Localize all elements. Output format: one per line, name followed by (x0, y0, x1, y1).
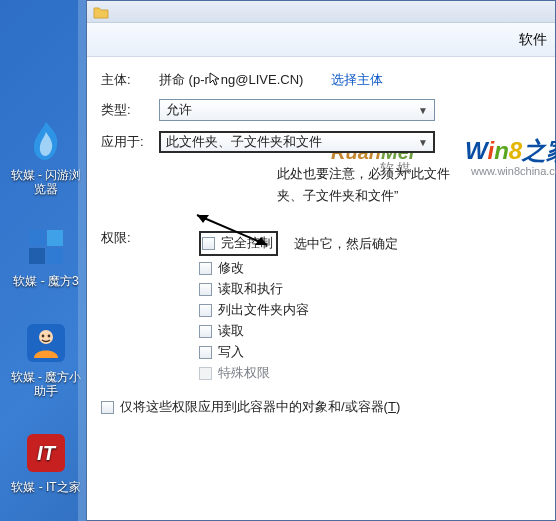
desktop-icon-mofang3[interactable]: 软媒 - 魔方3 (6, 224, 86, 288)
it-icon: IT (23, 430, 69, 476)
perm-item-list-folder: 列出文件夹内容 (199, 301, 545, 319)
window-subheader-text: 软件 (519, 31, 547, 49)
tiles-icon (23, 224, 69, 270)
window-subheader: 软件 (87, 23, 555, 57)
perm-label: 修改 (218, 259, 244, 277)
checkbox-modify[interactable] (199, 262, 212, 275)
apply-only-row: 仅将这些权限应用到此容器中的对象和/或容器(T) (101, 398, 545, 416)
type-label: 类型: (101, 101, 153, 119)
desktop-icon-browser[interactable]: 软媒 - 闪游浏 览器 (6, 118, 86, 196)
desktop-icon-label: 软媒 - 闪游浏 览器 (6, 168, 86, 196)
principal-value: 拼命 (p-rng@LIVE.CN) (159, 71, 303, 89)
apply-only-label: 仅将这些权限应用到此容器中的对象和/或容器(T) (120, 398, 400, 416)
principal-label: 主体: (101, 71, 153, 89)
annotation-highlight-box: 完全控制 (199, 231, 278, 256)
chevron-down-icon: ▼ (418, 105, 428, 116)
annotation-full-control-note: 选中它，然后确定 (294, 235, 398, 253)
permissions-window: 软件 RuanMei 软媒 Win8之家 www.win8china.com 主… (86, 0, 556, 521)
type-select[interactable]: 允许 ▼ (159, 99, 435, 121)
svg-text:IT: IT (37, 442, 57, 464)
perm-label: 完全控制 (221, 234, 273, 252)
desktop-icon-helper[interactable]: 软媒 - 魔方小 助手 (6, 320, 86, 398)
desktop-icon-ithome[interactable]: IT 软媒 - IT之家 (6, 430, 86, 494)
desktop-icon-label: 软媒 - 魔方小 助手 (6, 370, 86, 398)
perm-item-full-control: 完全控制 选中它，然后确定 (199, 231, 545, 256)
checkbox-special (199, 367, 212, 380)
checkbox-apply-only[interactable] (101, 401, 114, 414)
svg-rect-1 (29, 230, 45, 246)
window-content: RuanMei 软媒 Win8之家 www.win8china.com 主体: … (87, 57, 555, 426)
perm-label: 列出文件夹内容 (218, 301, 309, 319)
principal-row: 主体: 拼命 (p-rng@LIVE.CN) 选择主体 (101, 71, 545, 89)
apply-to-select[interactable]: 此文件夹、子文件夹和文件 ▼ (159, 131, 435, 153)
type-row: 类型: 允许 ▼ (101, 99, 545, 121)
perm-label: 读取和执行 (218, 280, 283, 298)
svg-point-8 (48, 335, 51, 338)
checkbox-list-folder[interactable] (199, 304, 212, 317)
desktop-icon-label: 软媒 - IT之家 (6, 480, 86, 494)
select-principal-link[interactable]: 选择主体 (331, 71, 383, 89)
window-titlebar[interactable] (87, 1, 555, 23)
chevron-down-icon: ▼ (418, 137, 428, 148)
apply-to-row: 应用于: 此文件夹、子文件夹和文件 ▼ (101, 131, 545, 153)
perm-label: 特殊权限 (218, 364, 270, 382)
perm-label: 读取 (218, 322, 244, 340)
apply-to-label: 应用于: (101, 133, 153, 151)
perm-item-modify: 修改 (199, 259, 545, 277)
apply-to-select-value: 此文件夹、子文件夹和文件 (166, 133, 322, 151)
svg-rect-4 (47, 248, 63, 264)
svg-rect-2 (47, 230, 63, 246)
desktop-background: 软媒 - 闪游浏 览器 软媒 - 魔方3 软媒 - 魔方小 助手 IT 软媒 -… (0, 0, 556, 521)
checkbox-full-control[interactable] (202, 237, 215, 250)
type-select-value: 允许 (166, 101, 192, 119)
perm-item-write: 写入 (199, 343, 545, 361)
perm-label: 写入 (218, 343, 244, 361)
flame-icon (23, 118, 69, 164)
permissions-list: 完全控制 选中它，然后确定 修改 读取和执行 列出文件夹内容 (199, 231, 545, 382)
checkbox-write[interactable] (199, 346, 212, 359)
cursor-icon (208, 72, 222, 86)
folder-icon (93, 5, 109, 19)
annotation-apply-note: 此处也要注意，必须为“此文件 夹、子文件夹和文件” (277, 163, 545, 207)
perm-item-special: 特殊权限 (199, 364, 545, 382)
desktop-icon-label: 软媒 - 魔方3 (6, 274, 86, 288)
svg-rect-3 (29, 248, 45, 264)
checkbox-read-execute[interactable] (199, 283, 212, 296)
perm-item-read: 读取 (199, 322, 545, 340)
svg-point-7 (42, 335, 45, 338)
perm-item-read-execute: 读取和执行 (199, 280, 545, 298)
checkbox-read[interactable] (199, 325, 212, 338)
helper-icon (23, 320, 69, 366)
